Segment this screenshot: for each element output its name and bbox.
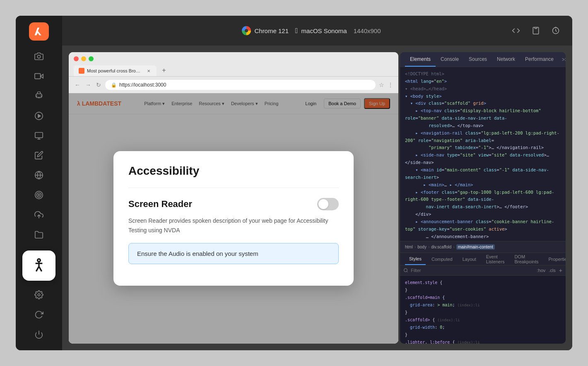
devtools-styles-content: element.style { } .scaffold=main { grid-… [400,276,566,344]
sidebar-item-target[interactable] [27,186,51,204]
sidebar-item-refresh[interactable] [27,306,51,324]
devtools-breadcrumb: html › body › div.scaffold › main#main-c… [400,241,566,253]
screen-reader-title: Screen Reader [128,199,192,209]
upload-icon [34,210,43,219]
forward-button[interactable]: → [84,81,92,89]
tab-favicon [79,68,84,74]
audio-info-text: Ensure the Audio is enabled on your syst… [137,250,258,257]
traffic-light-minimize[interactable] [81,56,86,61]
back-button[interactable]: ← [74,81,81,89]
breadcrumb-main[interactable]: main#main-content [456,244,495,250]
style-line: .scaffold> { (index):li [405,316,561,324]
style-line: } [405,331,561,339]
accessibility-button[interactable] [22,250,55,281]
sidebar [16,16,62,350]
code-view-button[interactable] [509,24,523,37]
style-line: } [405,287,561,294]
timer-button[interactable] [549,24,562,37]
svg-line-18 [39,266,42,271]
modal-title: Accessibility [128,164,339,188]
sidebar-item-settings[interactable] [27,286,51,304]
accessibility-icon [31,258,47,274]
accessibility-modal: Accessibility Screen Reader Screen Reade… [113,151,354,286]
audio-info-box: Ensure the Audio is enabled on your syst… [128,243,339,264]
styles-filter-input[interactable] [408,268,537,273]
new-tab-button[interactable]: + [158,65,170,76]
tab-close-button[interactable]: ✕ [146,68,152,74]
devtools-toolbar: Elements Console Sources Network Perform… [400,52,566,67]
traffic-light-maximize[interactable] [89,56,94,61]
sidebar-item-power[interactable] [27,325,51,344]
sidebar-item-display[interactable] [27,127,51,145]
devtools-styles-tab[interactable]: Styles [405,253,426,265]
devtools-more-tabs[interactable]: >> [559,52,566,67]
code-line: <html lang="en"> [405,78,561,85]
modal-overlay[interactable]: Accessibility Screen Reader Screen Reade… [69,93,398,344]
breadcrumb-html[interactable]: html [405,245,413,249]
sidebar-item-video[interactable] [27,67,51,85]
refresh-icon [34,310,43,319]
devtools-tab-network[interactable]: Network [492,52,520,67]
breadcrumb-body[interactable]: body [417,245,427,249]
screen-reader-description: Screen Reader provides spoken descriptio… [128,216,339,235]
sidebar-item-screenshot[interactable] [27,47,51,65]
svg-rect-21 [535,27,537,29]
svg-point-14 [38,259,41,262]
browser-tab-bar: Most powerful cross Browser Te ✕ + [74,65,393,76]
more-button[interactable]: ⋮ [388,82,393,88]
svg-marker-4 [38,114,41,117]
main-content: Chrome 121  macOS Sonoma 1440x900 [62,16,572,350]
svg-point-12 [38,194,40,196]
screen-reader-toggle[interactable] [317,198,339,210]
code-line: ▸ <navigation-rail class="lg:pad-left-20… [405,130,561,144]
bug-icon [34,92,43,101]
play-icon [34,111,43,120]
lambda-icon [33,26,45,37]
devtools-bottom-tabs: Styles Computed Layout Event Listeners D… [400,253,566,265]
browser-chrome: Most powerful cross Browser Te ✕ + [69,52,398,77]
code-line: ▾ <div class="scaffold" grid> [405,100,561,107]
devtools-tab-sources[interactable]: Sources [464,52,492,67]
svg-rect-5 [35,132,43,137]
devtools-tab-console[interactable]: Console [436,52,464,67]
add-style-button[interactable]: + [559,267,562,274]
chrome-badge: Chrome 121 [242,26,289,35]
sidebar-item-folder[interactable] [27,226,51,244]
svg-rect-2 [35,73,41,79]
breadcrumb-div-scaffold[interactable]: div.scaffold [431,245,451,249]
video-icon [34,72,43,81]
devtools-dom-breakpoints-tab[interactable]: DOM Breakpoints [510,253,542,265]
devtools-computed-tab[interactable]: Computed [427,253,457,265]
bookmark-button[interactable]: ☆ [379,82,384,88]
devtools-bottom-panel: Styles Computed Layout Event Listeners D… [400,253,566,344]
browser-tab-active[interactable]: Most powerful cross Browser Te ✕ [74,65,157,76]
sidebar-logo[interactable] [29,22,49,41]
devtools-panel: Elements Console Sources Network Perform… [400,52,566,344]
devtools-event-listeners-tab[interactable]: Event Listeners [482,253,509,265]
devtools-layout-tab[interactable]: Layout [458,253,480,265]
top-bar: Chrome 121  macOS Sonoma 1440x900 [62,16,572,46]
svg-point-0 [37,55,40,58]
url-bar[interactable]: 🔒 https://localhost:3000 [105,80,376,90]
filter-icon [403,268,408,273]
cls-toggle[interactable]: .cls [549,268,556,273]
clipboard-button[interactable] [529,24,542,37]
devtools-tab-performance[interactable]: Performance [520,52,559,67]
style-line: .scaffold=main { [405,294,561,301]
sidebar-item-network[interactable] [27,166,51,184]
reload-button[interactable]: ↻ [95,81,102,89]
sidebar-item-debug[interactable] [27,87,51,105]
top-bar-center: Chrome 121  macOS Sonoma 1440x900 [242,26,381,35]
sidebar-item-upload[interactable] [27,206,51,224]
code-line: nav-inert data-search-inert>… </footer> [405,203,561,211]
monitor-icon [34,131,43,140]
devtools-properties-tab[interactable]: Properties [545,253,566,265]
devtools-filter-bar: :hov .cls + [400,265,566,276]
traffic-light-close[interactable] [74,56,79,61]
devtools-tab-elements[interactable]: Elements [405,52,436,67]
pseudo-toggle[interactable]: :hov [537,268,546,273]
sidebar-item-media[interactable] [27,107,51,125]
sidebar-item-edit[interactable] [27,147,51,165]
target-icon [34,190,43,200]
code-line: ▾ <body style> [405,93,561,100]
